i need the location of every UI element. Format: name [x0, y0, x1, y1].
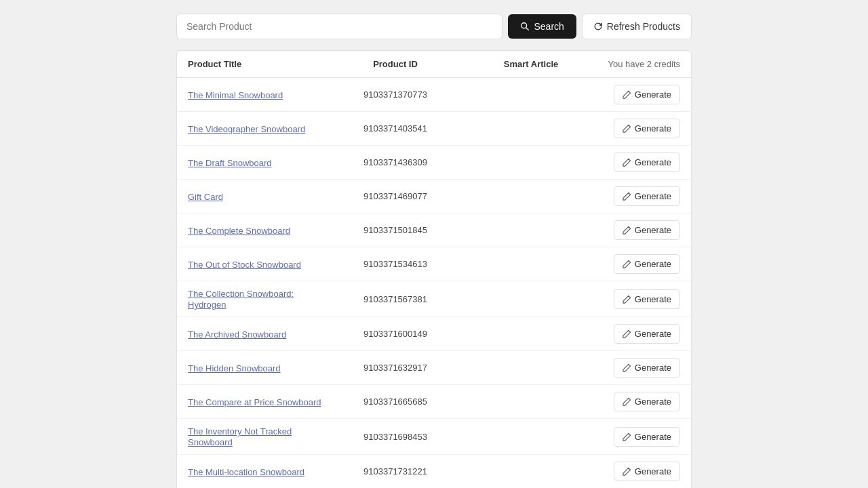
product-link[interactable]: The Minimal Snowboard — [188, 90, 283, 100]
table-row: The Out of Stock Snowboard 9103371534613… — [177, 247, 691, 281]
product-title-cell: The Minimal Snowboard — [188, 89, 328, 100]
table-row: The Minimal Snowboard 9103371370773 Gene… — [177, 78, 691, 112]
generate-button[interactable]: Generate — [614, 324, 680, 344]
generate-button[interactable]: Generate — [614, 289, 680, 309]
generate-col: Generate — [599, 85, 680, 104]
product-id-cell: 9103371731221 — [328, 466, 463, 476]
table-row: The Inventory Not Tracked Snowboard 9103… — [177, 419, 691, 455]
search-icon — [520, 22, 530, 31]
product-title-cell: The Draft Snowboard — [188, 157, 328, 168]
product-id-cell: 9103371665685 — [328, 396, 463, 407]
edit-icon — [623, 467, 631, 476]
search-label: Search — [534, 21, 564, 32]
generate-col: Generate — [599, 462, 680, 481]
table-row: The Multi-location Snowboard 91033717312… — [177, 455, 691, 488]
product-title-cell: The Archived Snowboard — [188, 329, 328, 340]
generate-col: Generate — [599, 119, 680, 138]
product-id-cell: 9103371403541 — [328, 123, 463, 134]
generate-label: Generate — [635, 157, 671, 167]
table-row: The Draft Snowboard 9103371436309 Genera… — [177, 146, 691, 180]
table-row: The Collection Snowboard: Hydrogen 91033… — [177, 281, 691, 317]
product-id-cell: 9103371370773 — [328, 89, 463, 100]
table-row: The Complete Snowboard 9103371501845 Gen… — [177, 214, 691, 247]
product-link[interactable]: The Archived Snowboard — [188, 329, 286, 340]
product-link[interactable]: The Inventory Not Tracked Snowboard — [188, 426, 292, 447]
product-id-cell: 9103371567381 — [328, 294, 463, 304]
generate-label: Generate — [635, 294, 671, 304]
generate-button[interactable]: Generate — [614, 392, 680, 411]
col-smart-article: Smart Article — [463, 59, 599, 69]
toolbar: Search Refresh Products — [170, 14, 698, 39]
search-input[interactable] — [176, 14, 502, 39]
table-row: The Hidden Snowboard 9103371632917 Gener… — [177, 351, 691, 385]
generate-label: Generate — [635, 432, 671, 442]
generate-label: Generate — [635, 396, 671, 407]
edit-icon — [623, 226, 631, 235]
generate-button[interactable]: Generate — [614, 152, 680, 172]
product-link[interactable]: The Draft Snowboard — [188, 158, 272, 168]
page-wrapper: Search Refresh Products Product Title Pr… — [170, 0, 698, 488]
generate-col: Generate — [599, 254, 680, 274]
edit-icon — [623, 158, 631, 167]
generate-label: Generate — [635, 363, 671, 373]
product-link[interactable]: The Multi-location Snowboard — [188, 467, 304, 477]
table-row: The Archived Snowboard 9103371600149 Gen… — [177, 317, 691, 351]
product-link[interactable]: The Complete Snowboard — [188, 226, 290, 236]
product-id-cell: 9103371469077 — [328, 191, 463, 201]
edit-icon — [623, 329, 631, 338]
product-id-cell: 9103371632917 — [328, 363, 463, 373]
product-title-cell: The Compare at Price Snowboard — [188, 396, 328, 407]
generate-col: Generate — [599, 152, 680, 172]
generate-col: Generate — [599, 427, 680, 447]
generate-label: Generate — [635, 259, 671, 269]
edit-icon — [623, 124, 631, 133]
col-product-id: Product ID — [328, 59, 463, 69]
product-title-cell: The Collection Snowboard: Hydrogen — [188, 288, 328, 310]
product-link[interactable]: The Videographer Snowboard — [188, 124, 305, 134]
generate-label: Generate — [635, 123, 671, 134]
generate-button[interactable]: Generate — [614, 119, 680, 138]
product-link[interactable]: The Out of Stock Snowboard — [188, 260, 301, 270]
product-title-cell: The Hidden Snowboard — [188, 363, 328, 373]
generate-button[interactable]: Generate — [614, 254, 680, 274]
product-id-cell: 9103371534613 — [328, 259, 463, 269]
table-row: The Compare at Price Snowboard 910337166… — [177, 385, 691, 419]
product-title-cell: Gift Card — [188, 191, 328, 202]
generate-label: Generate — [635, 191, 671, 201]
generate-col: Generate — [599, 289, 680, 309]
product-link[interactable]: Gift Card — [188, 192, 223, 202]
product-id-cell: 9103371600149 — [328, 329, 463, 339]
product-link[interactable]: The Compare at Price Snowboard — [188, 397, 321, 407]
generate-button[interactable]: Generate — [614, 427, 680, 447]
generate-label: Generate — [635, 225, 671, 235]
svg-line-1 — [526, 28, 529, 30]
product-link[interactable]: The Hidden Snowboard — [188, 363, 281, 373]
table-row: The Videographer Snowboard 9103371403541… — [177, 112, 691, 146]
search-button[interactable]: Search — [508, 14, 576, 39]
refresh-label: Refresh Products — [607, 21, 680, 32]
edit-icon — [623, 192, 631, 201]
product-title-cell: The Complete Snowboard — [188, 225, 328, 236]
generate-label: Generate — [635, 89, 671, 100]
generate-col: Generate — [599, 324, 680, 344]
col-product-title: Product Title — [188, 59, 328, 69]
table-row: Gift Card 9103371469077 Generate — [177, 180, 691, 214]
edit-icon — [623, 90, 631, 99]
refresh-button[interactable]: Refresh Products — [582, 14, 692, 39]
product-id-cell: 9103371501845 — [328, 225, 463, 235]
edit-icon — [623, 432, 631, 441]
edit-icon — [623, 295, 631, 304]
product-title-cell: The Multi-location Snowboard — [188, 466, 328, 477]
generate-button[interactable]: Generate — [614, 186, 680, 206]
generate-button[interactable]: Generate — [614, 358, 680, 378]
table-header: Product Title Product ID Smart Article Y… — [177, 51, 691, 78]
product-link[interactable]: The Collection Snowboard: Hydrogen — [188, 289, 294, 310]
product-table: Product Title Product ID Smart Article Y… — [176, 50, 692, 488]
generate-button[interactable]: Generate — [614, 220, 680, 240]
generate-button[interactable]: Generate — [614, 462, 680, 481]
generate-col: Generate — [599, 358, 680, 378]
generate-button[interactable]: Generate — [614, 85, 680, 104]
generate-label: Generate — [635, 466, 671, 476]
generate-col: Generate — [599, 186, 680, 206]
product-title-cell: The Inventory Not Tracked Snowboard — [188, 426, 328, 447]
